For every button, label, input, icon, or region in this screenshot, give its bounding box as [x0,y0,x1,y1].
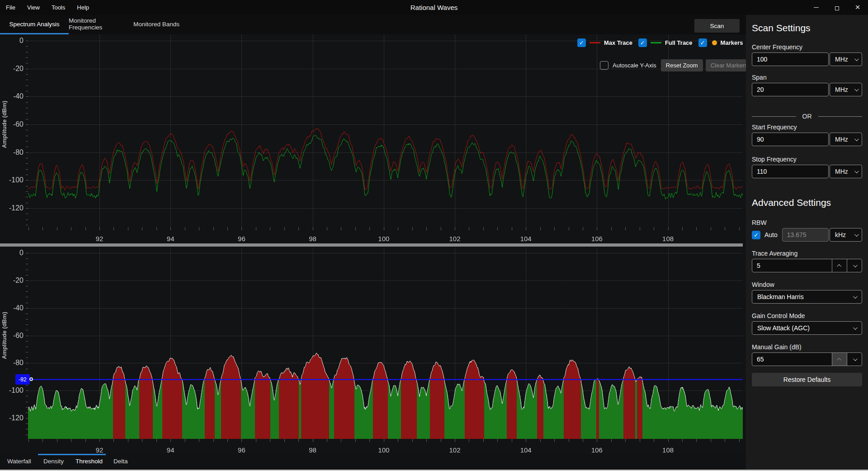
stop-frequency-input[interactable] [752,165,829,178]
gain-control-mode-label: Gain Control Mode [752,312,862,321]
manual-gain-decrement-button[interactable] [847,353,862,366]
max-trace-checkbox[interactable]: ✓ [577,38,586,47]
chevron-down-icon [854,87,859,91]
window-title: Rational Waves [0,4,868,11]
stop-frequency-field: MHz [752,165,862,178]
chevron-up-icon [837,357,841,362]
unit-label: kHz [835,231,846,238]
threshold-handle-icon[interactable] [29,377,33,381]
tab-threshold[interactable]: Threshold [75,458,103,465]
check-icon: ✓ [640,40,645,46]
chevron-down-icon [853,325,858,330]
full-trace-checkbox[interactable]: ✓ [638,38,647,47]
rbw-value-input[interactable] [782,228,829,242]
center-frequency-input[interactable] [752,52,829,66]
markers-legend-item: ✓ Markers [698,38,743,47]
check-icon: ✓ [754,232,759,238]
tab-monitored-frequencies[interactable]: Monitored Frequencies [69,15,127,33]
clear-markers-button[interactable]: Clear Markers [706,59,753,71]
start-frequency-label: Start Frequency [752,124,862,133]
stop-frequency-unit-select[interactable]: MHz [830,165,862,178]
rbw-field: ✓ Auto kHz [752,228,862,242]
manual-gain-increment-button[interactable] [832,353,847,366]
tab-waterfall[interactable]: Waterfall [7,458,31,465]
unit-label: MHz [835,136,848,143]
markers-label: Markers [721,39,743,46]
chevron-down-icon [853,263,857,267]
trace-averaging-field [752,259,862,272]
trace-legend: ✓ Max Trace ✓ Full Trace ✓ Markers [577,38,743,48]
minimize-icon [814,7,819,8]
menu-file[interactable]: File [6,4,15,11]
scan-settings-heading: Scan Settings [752,23,862,35]
span-unit-select[interactable]: MHz [830,83,862,96]
max-trace-label: Max Trace [604,39,632,46]
full-trace-legend-item: ✓ Full Trace [638,38,693,47]
advanced-settings-heading: Advanced Settings [752,197,862,210]
rbw-label: RBW [752,219,862,228]
reset-zoom-button[interactable]: Reset Zoom [661,59,703,71]
check-icon: ✓ [579,40,584,46]
trace-averaging-label: Trace Averaging [752,250,862,259]
tab-delta[interactable]: Delta [113,458,128,465]
divider-line [818,116,863,117]
span-label: Span [752,74,862,83]
chevron-down-icon [854,57,859,61]
autoscale-label: Autoscale Y-Axis [613,62,656,69]
window-select[interactable]: Blackman Harris [752,290,862,304]
gain-control-mode-select[interactable]: Slow Attack (AGC) [752,321,862,335]
menu-view[interactable]: View [27,4,40,11]
scan-button[interactable]: Scan [694,19,740,33]
chart-splitter[interactable] [0,243,743,247]
bottom-active-tab-indicator [38,454,106,455]
rbw-unit-select[interactable]: kHz [830,228,862,242]
markers-checkbox[interactable]: ✓ [698,38,707,47]
tab-monitored-bands[interactable]: Monitored Bands [129,15,184,33]
trace-averaging-decrement-button[interactable] [847,259,862,272]
trace-averaging-increment-button[interactable] [832,259,847,272]
autoscale-checkbox[interactable] [600,61,609,70]
chevron-up-icon [837,264,841,268]
unit-label: MHz [835,56,848,63]
unit-label: MHz [835,86,848,93]
divider-line [752,116,796,117]
center-frequency-label: Center Frequency [752,43,862,52]
charts-region: ✓ Max Trace ✓ Full Trace ✓ Markers Autos… [0,34,746,455]
span-input[interactable] [752,83,829,96]
manual-gain-input[interactable] [752,353,832,366]
menu-help[interactable]: Help [77,4,89,11]
tab-spectrum-analysis[interactable]: Spectrum Analysis [0,15,69,33]
chart-controls: Autoscale Y-Axis Reset Zoom Clear Marker… [600,59,752,71]
chevron-down-icon [854,137,859,141]
minimize-button[interactable] [806,0,826,15]
manual-gain-label: Manual Gain (dB) [752,343,862,352]
menu-tools[interactable]: Tools [52,4,65,11]
close-button[interactable]: × [847,0,868,15]
rbw-auto-checkbox[interactable]: ✓ [752,231,760,239]
manual-gain-field [752,352,862,366]
threshold-badge[interactable]: -92 [15,374,30,385]
rbw-auto-label: Auto [764,231,778,238]
full-trace-label: Full Trace [665,39,693,46]
titlebar: File View Tools Help Rational Waves × [0,0,868,15]
start-frequency-input[interactable] [752,133,829,146]
main-tab-bar: Spectrum Analysis Monitored Frequencies … [0,15,746,34]
chevron-down-icon [854,169,859,173]
tab-density[interactable]: Density [43,458,64,465]
span-field: MHz [752,83,862,96]
menu-bar: File View Tools Help [0,4,89,11]
window-value: Blackman Harris [757,293,804,300]
markers-swatch-icon [712,40,717,45]
chevron-down-icon [854,232,859,237]
window-label: Window [752,281,862,290]
center-frequency-unit-select[interactable]: MHz [830,52,862,66]
center-frequency-field: MHz [752,52,862,66]
restore-button[interactable] [826,0,847,15]
restore-icon [835,6,839,10]
window-controls: × [806,0,868,15]
start-frequency-field: MHz [752,133,862,146]
restore-defaults-button[interactable]: Restore Defaults [752,373,862,386]
chevron-down-icon [853,357,857,361]
trace-averaging-input[interactable] [752,259,832,272]
start-frequency-unit-select[interactable]: MHz [830,133,862,146]
